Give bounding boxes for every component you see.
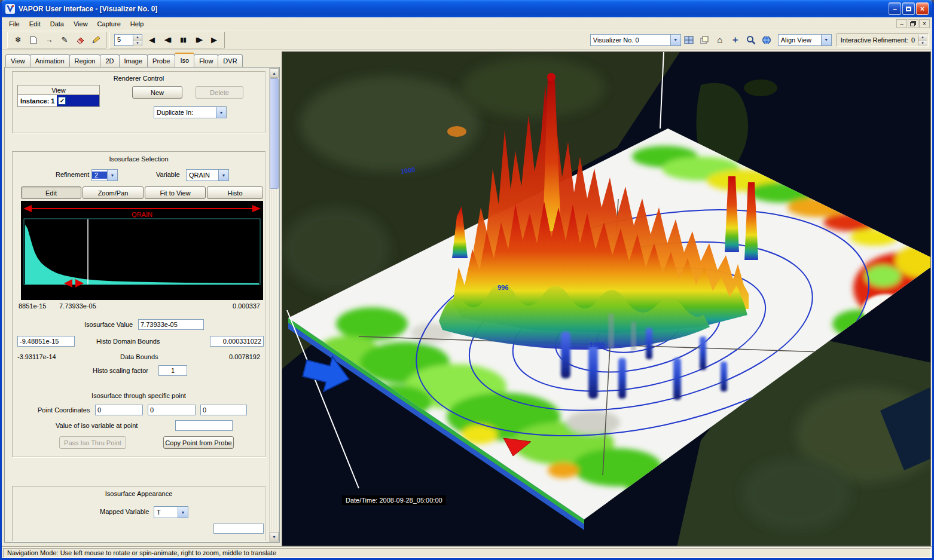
isosurface-selection-title: Isosurface Selection (13, 155, 265, 163)
play-reverse-button[interactable]: ◀ (144, 33, 160, 47)
tab-bar: View Animation Region 2D Image Probe Iso… (5, 53, 242, 67)
pen-icon: ✎ (62, 35, 68, 44)
tab-view[interactable]: View (5, 54, 30, 67)
frame-step-arrows[interactable]: ▲ ▼ (133, 35, 142, 45)
align-view-select[interactable]: Align View ▼ (778, 34, 832, 46)
datetime-overlay: Date/Time: 2008-09-28_05:00:00 (342, 495, 446, 505)
mapped-variable-select[interactable]: T ▼ (154, 506, 188, 518)
value-at-point-field[interactable] (175, 420, 233, 431)
tab-probe[interactable]: Probe (147, 54, 175, 67)
globe-view-button[interactable] (759, 33, 774, 47)
new-instance-button[interactable]: New (132, 86, 182, 99)
copy-point-button[interactable]: Copy Point from Probe (163, 436, 234, 449)
tab-dvr[interactable]: DVR (218, 54, 242, 67)
interactive-refinement-arrows[interactable]: ▲ ▼ (918, 35, 927, 45)
panel-scrollbar[interactable]: ▲ ▼ (269, 68, 279, 541)
region-tool-button[interactable] (26, 33, 41, 47)
histogram-variable-label: QRAIN (21, 211, 263, 218)
pause-button[interactable]: ▮▮ (175, 33, 191, 47)
tab-region[interactable]: Region (69, 54, 101, 67)
play-button[interactable]: ▶ (206, 33, 222, 47)
spin-up-icon: ▲ (133, 35, 142, 41)
mdi-minimize-button[interactable]: – (896, 19, 907, 28)
menu-data[interactable]: Data (45, 19, 69, 29)
pass-iso-button[interactable]: Pass Iso Thru Point (59, 436, 126, 449)
histo-domain-min-field[interactable] (17, 336, 75, 347)
refinement-value: 2 (92, 172, 107, 179)
pen-tool-button[interactable]: ✎ (57, 33, 72, 47)
move-view-button[interactable]: + (728, 33, 743, 47)
edit-mode-button[interactable]: Edit (21, 186, 81, 199)
tab-2d[interactable]: 2D (100, 54, 119, 67)
tab-animation[interactable]: Animation (30, 54, 70, 67)
visualizer-canvas[interactable]: 1000 996 1000 Date/Time: 2008-09-28_05:0… (282, 51, 931, 546)
close-button[interactable]: × (916, 2, 929, 15)
histo-scaling-field[interactable] (158, 365, 187, 376)
delete-instance-button[interactable]: Delete (196, 86, 243, 99)
renderer-control-title: Renderer Control (13, 75, 265, 82)
instance-checkbox[interactable]: ✓ (58, 97, 66, 105)
home-view-button[interactable]: ⌂ (712, 33, 728, 47)
probe-tool-button[interactable]: ❄ (10, 33, 26, 47)
frame-step-value: 5 (115, 35, 133, 45)
scroll-up-button[interactable]: ▲ (270, 68, 279, 78)
instance-row[interactable]: Instance: 1 ✓ (17, 95, 100, 107)
fit-to-view-button[interactable]: Fit to View (145, 186, 206, 199)
tab-flow[interactable]: Flow (194, 54, 218, 67)
align-view-value: Align View (779, 36, 821, 44)
step-back-button[interactable]: ◀▮ (160, 33, 175, 47)
point-y-field[interactable] (148, 405, 196, 415)
rake-tool-button[interactable]: → (41, 33, 57, 47)
tile-windows-button[interactable] (681, 33, 697, 47)
value-at-point-label: Value of iso variable at point (56, 422, 138, 429)
variable-select[interactable]: QRAIN ▼ (186, 169, 229, 181)
menu-bar: File Edit Data View Capture Help – × (2, 17, 932, 30)
menu-capture[interactable]: Capture (93, 19, 126, 29)
scroll-down-button[interactable]: ▼ (270, 532, 279, 541)
combo-arrow-icon: ▼ (178, 507, 188, 518)
eraser-tool-button[interactable] (72, 33, 88, 47)
histo-button[interactable]: Histo (207, 186, 263, 199)
mapped-variable-value: T (154, 509, 178, 516)
histo-domain-max-field[interactable] (210, 336, 264, 347)
scene-render (282, 52, 931, 546)
histogram-editor[interactable]: QRAIN (21, 201, 263, 300)
menu-help[interactable]: Help (126, 19, 149, 29)
frame-step-spinbox[interactable]: 5 ▲ ▼ (114, 34, 142, 46)
maximize-button[interactable] (902, 2, 915, 15)
appearance-partial-field[interactable] (213, 524, 264, 534)
app-icon (5, 4, 15, 14)
tab-iso[interactable]: Iso (175, 53, 194, 67)
status-text: Navigation Mode: Use left mouse to rotat… (7, 549, 276, 556)
step-back-icon: ◀▮ (164, 36, 171, 44)
scrollbar-thumb[interactable] (270, 78, 279, 189)
copy-view-button[interactable] (697, 33, 712, 47)
tab-image[interactable]: Image (119, 54, 148, 67)
iso-panel: Renderer Control View Instance: 1 ✓ New … (4, 67, 280, 543)
mdi-close-button[interactable]: × (919, 19, 930, 28)
snowflake-icon: ❄ (15, 35, 22, 44)
histo-domain-bounds-label: Histo Domain Bounds (96, 338, 160, 345)
mdi-window-controls: – × (896, 19, 930, 28)
mdi-restore-button[interactable] (908, 19, 918, 28)
interactive-refinement-control[interactable]: Interactive Refinement: 0 ▲ ▼ (837, 33, 929, 47)
histogram-current-label: 7.73933e-05 (59, 302, 96, 310)
instance-label: Instance: 1 (18, 97, 57, 105)
refinement-select[interactable]: 2 ▼ (91, 169, 118, 181)
pencil-tool-button[interactable] (88, 33, 103, 47)
zoom-view-button[interactable] (743, 33, 759, 47)
isosurface-selection-group: Isosurface Selection Refinement 2 ▼ Vari… (12, 151, 265, 457)
step-forward-button[interactable]: ▮▶ (191, 33, 206, 47)
point-coordinates-label: Point Coordinates (38, 406, 90, 414)
point-z-field[interactable] (200, 405, 247, 415)
isosurface-value-field[interactable] (138, 319, 204, 330)
menu-file[interactable]: File (4, 19, 25, 29)
zoom-pan-button[interactable]: Zoom/Pan (83, 186, 144, 199)
minimize-button[interactable]: – (889, 2, 901, 15)
title-bar[interactable]: VAPOR User Interface - [Visualizer No. 0… (2, 0, 932, 17)
point-x-field[interactable] (95, 405, 143, 415)
visualizer-select[interactable]: Visualizer No. 0 ▼ (590, 34, 681, 46)
menu-view[interactable]: View (69, 19, 93, 29)
duplicate-in-select[interactable]: Duplicate In: ▼ (154, 106, 227, 118)
menu-edit[interactable]: Edit (25, 19, 45, 29)
